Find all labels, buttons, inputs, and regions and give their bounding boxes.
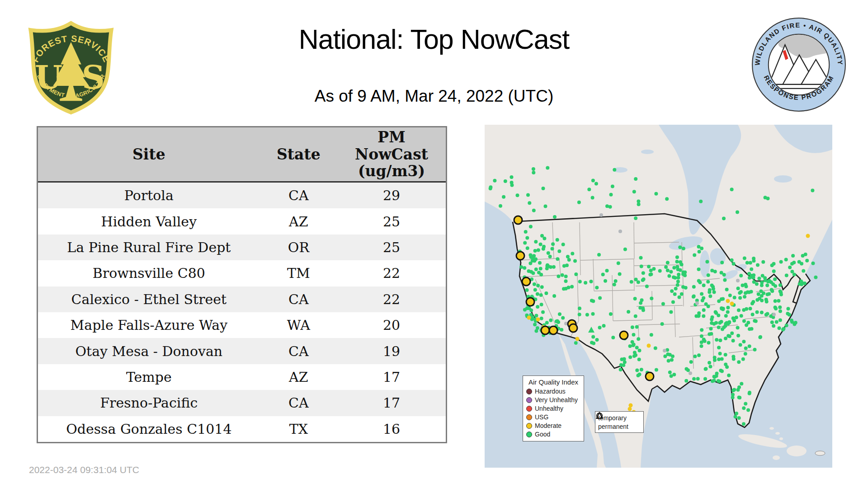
good-site-dot: [724, 314, 728, 318]
good-site-dot: [726, 334, 730, 338]
good-site-dot: [675, 265, 679, 269]
good-site-dot: [632, 343, 635, 347]
good-site-dot: [736, 326, 740, 329]
good-site-dot: [761, 260, 765, 264]
good-site-dot: [745, 307, 748, 311]
good-site-dot: [693, 253, 696, 257]
good-site-dot: [692, 377, 696, 381]
good-site-dot: [749, 261, 752, 265]
table-row: TempeAZ17: [38, 364, 446, 390]
good-site-dot: [499, 204, 502, 208]
good-site-dot: [785, 324, 788, 327]
good-site-dot: [631, 325, 634, 329]
pm-value-cell: 25: [337, 235, 446, 260]
good-site-dot: [728, 294, 732, 297]
good-site-dot: [639, 256, 643, 260]
good-site-dot: [717, 346, 721, 349]
state-cell: CA: [260, 338, 337, 364]
legend-color-swatch: [526, 406, 532, 412]
good-site-dot: [722, 273, 726, 277]
good-site-dot: [645, 285, 649, 288]
good-site-dot: [811, 262, 815, 265]
state-cell: CA: [260, 183, 337, 208]
good-site-dot: [526, 246, 529, 250]
table-row: Odessa Gonzales C1014TX16: [38, 416, 446, 442]
site-cell: Otay Mesa - Donovan: [38, 338, 260, 364]
good-site-dot: [628, 344, 632, 348]
top-site-marker: [646, 372, 654, 380]
good-site-dot: [737, 360, 741, 364]
good-site-dot: [751, 313, 755, 316]
good-site-dot: [638, 373, 642, 376]
good-site-dot: [720, 370, 724, 373]
good-site-dot: [735, 412, 738, 415]
good-site-dot: [536, 305, 539, 309]
good-site-dot: [531, 259, 534, 263]
moderate-site-dot: [726, 299, 730, 303]
good-site-dot: [757, 277, 761, 280]
good-site-dot: [556, 257, 559, 261]
good-site-dot: [739, 343, 742, 347]
good-site-dot: [564, 275, 568, 278]
good-site-dot: [786, 312, 789, 315]
good-site-dot: [609, 205, 612, 209]
good-site-dot: [529, 253, 533, 257]
legend-color-swatch: [526, 432, 532, 437]
good-site-dot: [552, 294, 556, 298]
good-site-dot: [702, 308, 706, 312]
good-site-dot: [767, 292, 771, 296]
good-site-dot: [751, 276, 755, 279]
good-site-dot: [753, 348, 757, 352]
good-site-dot: [737, 395, 741, 399]
good-site-dot: [749, 307, 752, 310]
good-site-dot: [778, 326, 781, 330]
good-site-dot: [553, 215, 557, 219]
good-site-dot: [540, 234, 544, 238]
good-site-dot: [760, 290, 763, 293]
table-row: Hidden ValleyAZ25: [38, 208, 446, 234]
good-site-dot: [751, 300, 755, 304]
good-site-dot: [715, 338, 718, 342]
top-site-marker: [526, 298, 534, 306]
good-site-dot: [534, 329, 538, 333]
good-site-dot: [564, 287, 568, 291]
good-site-dot: [743, 256, 746, 260]
good-site-dot: [670, 289, 674, 293]
table-row: PortolaCA29: [38, 183, 446, 208]
top-site-marker: [569, 324, 577, 332]
state-cell: TM: [260, 260, 337, 286]
good-site-dot: [724, 362, 727, 366]
good-site-dot: [635, 346, 639, 349]
good-site-dot: [748, 344, 751, 348]
good-site-dot: [744, 347, 748, 350]
good-site-dot: [761, 274, 764, 277]
good-site-dot: [743, 295, 746, 299]
good-site-dot: [764, 278, 767, 282]
legend-item-label: Hazardous: [535, 388, 566, 395]
legend-item-label: USG: [535, 413, 548, 421]
good-site-dot: [527, 269, 531, 273]
good-site-dot: [638, 306, 642, 310]
top-site-marker: [516, 252, 524, 260]
good-site-dot: [689, 360, 693, 364]
good-site-dot: [502, 195, 505, 199]
good-site-dot: [613, 168, 616, 172]
good-site-dot: [489, 185, 492, 189]
good-site-dot: [609, 312, 613, 316]
marker-legend-item: permanent: [598, 422, 641, 431]
good-site-dot: [680, 292, 684, 296]
good-site-dot: [721, 328, 724, 331]
good-site-dot: [617, 262, 620, 265]
good-site-dot: [647, 265, 651, 268]
good-site-dot: [738, 296, 742, 300]
inactive-site-dot: [695, 301, 699, 305]
inactive-site-dot: [772, 313, 776, 316]
good-site-dot: [619, 363, 623, 367]
good-site-dot: [639, 301, 642, 305]
good-site-dot: [539, 293, 543, 297]
good-site-dot: [756, 263, 760, 267]
good-site-dot: [570, 285, 574, 289]
site-cell: La Pine Rural Fire Dept: [38, 235, 260, 260]
good-site-dot: [730, 332, 734, 335]
good-site-dot: [736, 211, 739, 214]
